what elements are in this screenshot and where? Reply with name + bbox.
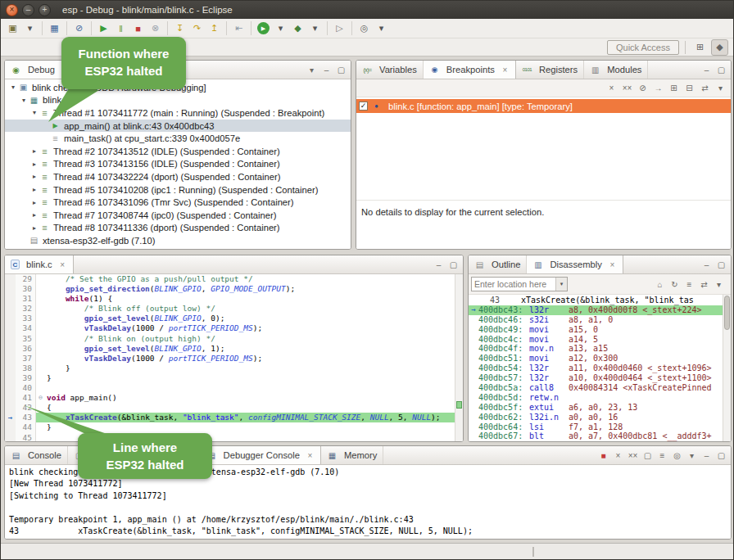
expand-arrow-icon[interactable]: ▸ [29, 160, 39, 168]
line-number[interactable]: 37 [16, 354, 36, 364]
open-perspective-icon[interactable]: ⊞ [691, 39, 709, 56]
debug-tree-item[interactable]: xtensa-esp32-elf-gdb (7.10) [5, 234, 351, 247]
view-menu-icon[interactable]: ▾ [714, 81, 727, 95]
step-over-icon[interactable]: ↷ [188, 20, 206, 37]
remove-selected-breakpoint-icon[interactable]: × [605, 81, 618, 95]
expand-arrow-icon[interactable]: ▸ [29, 147, 39, 155]
collapse-all-icon[interactable]: ⊟ [682, 81, 696, 95]
debug-dropdown-icon[interactable]: ▾ [306, 20, 324, 37]
expand-all-icon[interactable]: ⊞ [667, 81, 681, 95]
tab-disassembly[interactable]: Disassembly× [527, 255, 623, 273]
tab-outline[interactable]: Outline [469, 255, 527, 273]
tab-modules[interactable]: Modules [584, 61, 648, 79]
disassembly-row[interactable]: 400dbc54:l32ra11, 0x400d0460 <_stext+109… [469, 364, 723, 373]
home-icon[interactable]: ⌂ [653, 278, 667, 291]
code-line[interactable]: 31 while(1) { [5, 294, 455, 304]
tab-breakpoints[interactable]: Breakpoints× [424, 61, 516, 79]
code-line[interactable]: 32 /* Blink off (output low) */ [5, 304, 455, 314]
code-line[interactable]: 36 gpio_set_level(BLINK_GPIO, 1); [5, 344, 455, 354]
disassembly-row[interactable]: 400dbc49:movia15, 0 [469, 325, 723, 335]
disassembly-scrollbar[interactable] [723, 295, 731, 441]
maximize-icon[interactable]: ▢ [714, 258, 728, 272]
new-wizard-dropdown-icon[interactable]: ▾ [21, 20, 39, 37]
close-icon[interactable]: × [501, 65, 510, 75]
disassembly-row[interactable]: 400dbc51:movia12, 0x300 [469, 354, 723, 364]
tab-registers[interactable]: Registers [516, 61, 584, 79]
minimize-icon[interactable]: – [700, 63, 714, 77]
drop-to-frame-icon[interactable]: ⇤ [230, 20, 247, 37]
line-number[interactable]: 39 [16, 373, 36, 383]
line-number[interactable]: 33 [16, 314, 36, 323]
terminate-icon[interactable]: ■ [596, 449, 610, 463]
disassembly-row[interactable]: 400dbc62:l32i.na0, a0, 16 [469, 413, 723, 422]
code-line[interactable]: 35 /* Blink on (output high) */ [5, 334, 455, 344]
refresh-icon[interactable]: ↻ [668, 278, 682, 291]
location-combo[interactable]: Enter location here [471, 277, 568, 291]
show-breakpoints-for-selection-icon[interactable]: ⊘ [636, 81, 650, 95]
collapse-arrow-icon[interactable]: ▾ [19, 97, 29, 104]
debug-perspective-icon[interactable]: ◆ [711, 39, 728, 56]
line-number[interactable]: 34 [16, 323, 36, 333]
disconnect-icon[interactable]: ⊗ [147, 20, 164, 37]
debug-tree-item[interactable]: ▸Thread #6 1073431096 (Tmr Svc) (Suspend… [5, 196, 351, 209]
view-menu-icon[interactable]: ▾ [305, 63, 319, 77]
maximize-icon[interactable]: ▢ [334, 63, 348, 77]
code-line[interactable]: 40 [5, 383, 455, 393]
disassembly-row[interactable]: 400dbc46:s32ia8, a1, 0 [469, 315, 723, 325]
new-wizard-icon[interactable]: ▣ [4, 20, 21, 37]
pin-console-icon[interactable]: ◎ [670, 449, 684, 463]
disassembly-row[interactable]: 400dbc5d:retw.n [469, 393, 723, 403]
debug-tree-item[interactable]: ▸Thread #2 1073413512 (IDLE) (Suspended … [5, 145, 351, 158]
scrollbar-thumb[interactable] [724, 296, 730, 330]
breakpoint-row[interactable]: ✓blink.c [function: app_main] [type: Tem… [356, 99, 731, 113]
search-icon[interactable]: ◎ [356, 20, 373, 37]
link-with-active-debug-context-icon[interactable]: ⇄ [697, 278, 711, 291]
maximize-icon[interactable]: ▢ [714, 63, 728, 77]
maximize-icon[interactable]: ▢ [714, 449, 728, 463]
window-close-button[interactable]: × [6, 4, 18, 16]
code-line[interactable]: 39} [5, 373, 455, 383]
line-number[interactable]: 32 [16, 304, 36, 314]
suspend-icon[interactable]: ‖ [112, 20, 129, 37]
save-icon[interactable]: ▦ [46, 20, 63, 37]
window-maximize-button[interactable]: + [39, 4, 51, 16]
expand-arrow-icon[interactable]: ▸ [29, 224, 39, 232]
overview-ruler[interactable] [455, 274, 463, 441]
code-line[interactable]: 30 gpio_set_direction(BLINK_GPIO, GPIO_M… [5, 284, 455, 294]
quick-access-button[interactable]: Quick Access [607, 40, 679, 55]
tab-memory[interactable]: Memory [321, 446, 383, 464]
code-line[interactable]: 38 } [5, 364, 455, 373]
line-number[interactable]: 31 [16, 294, 36, 304]
close-icon[interactable]: × [306, 451, 315, 460]
minimize-icon[interactable]: – [432, 258, 446, 272]
expand-arrow-icon[interactable]: ▸ [29, 211, 39, 219]
terminate-icon[interactable]: ■ [129, 20, 147, 37]
disassembly-row[interactable]: 400dbc4f:mov.na13, a15 [469, 344, 723, 354]
view-menu-icon[interactable]: ▾ [712, 278, 726, 291]
line-number[interactable]: 40 [16, 383, 36, 393]
tab-blink-c[interactable]: blink.c× [5, 255, 74, 273]
line-number[interactable]: 35 [16, 334, 36, 344]
expand-arrow-icon[interactable]: ▸ [29, 186, 39, 193]
debug-tree-item[interactable]: ▸Thread #8 1073411336 (dport) (Suspended… [5, 222, 351, 235]
step-into-icon[interactable]: ↧ [171, 20, 188, 37]
collapse-arrow-icon[interactable]: ▾ [8, 84, 18, 91]
step-return-icon[interactable]: ↥ [206, 20, 223, 37]
code-line[interactable]: 33 gpio_set_level(BLINK_GPIO, 0); [5, 314, 455, 323]
debug-tree-item[interactable]: main_task() at cpu_start.c:339 0x400d057… [5, 132, 351, 145]
disassembly-row[interactable]: 43xTaskCreate(&blink_task, "blink_tas [469, 296, 723, 305]
minimize-icon[interactable]: – [319, 63, 333, 77]
expand-arrow-icon[interactable]: ▸ [29, 199, 39, 206]
code-line[interactable]: 34 vTaskDelay(1000 / portTICK_PERIOD_MS)… [5, 323, 455, 333]
code-line[interactable]: 29 /* Set the GPIO as a push/pull output… [5, 274, 455, 284]
resume-icon[interactable]: ▶ [95, 20, 112, 37]
window-minimize-button[interactable]: – [22, 4, 34, 16]
location-dropdown-icon[interactable] [555, 278, 567, 291]
debug-tree-item[interactable]: ▸Thread #4 1073432224 (dport) (Suspended… [5, 170, 351, 183]
external-tools-icon[interactable]: ▷ [331, 20, 348, 37]
breakpoint-checkbox[interactable]: ✓ [359, 102, 368, 111]
disassembly-row[interactable]: 400dbc67:blta0, a7, 0x400dbc81 <__adddf3… [469, 431, 723, 441]
run-icon[interactable]: ▶ [257, 22, 270, 34]
disassembly-row[interactable]: 400dbc64:lsif7, a1, 128 [469, 422, 723, 432]
minimize-icon[interactable]: – [700, 258, 714, 272]
